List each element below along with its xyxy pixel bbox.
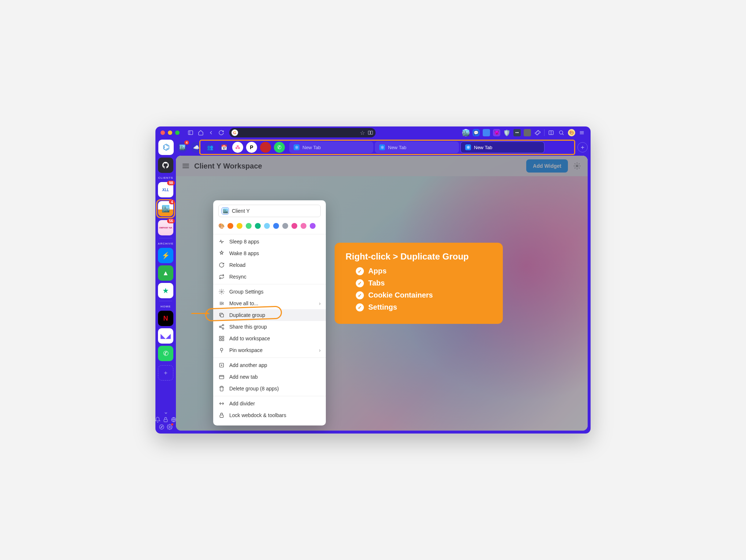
gear-icon xyxy=(218,288,225,295)
menu-add-workspace[interactable]: Add to workspace xyxy=(213,333,326,344)
home-icon[interactable] xyxy=(197,129,204,136)
menu-resync[interactable]: Resync xyxy=(213,271,326,283)
sidebar-app-protonmail[interactable]: ◣◢ xyxy=(158,328,173,344)
pinned-app-onedrive[interactable]: ☁️ xyxy=(191,142,201,153)
docs-icon[interactable] xyxy=(483,129,490,136)
wake-icon xyxy=(218,250,225,257)
grid-icon xyxy=(218,335,225,342)
close-window[interactable] xyxy=(161,130,165,135)
pinned-app-calendar[interactable]: 📅 xyxy=(218,142,229,153)
annotation-callout: Right-click > Duplicate Group ✓Apps ✓Tab… xyxy=(335,243,503,324)
pinned-app-city[interactable]: 🏙️4 xyxy=(177,142,188,153)
add-tab-button[interactable]: ＋ xyxy=(577,142,588,152)
bell-icon[interactable] xyxy=(155,417,161,423)
reload-icon xyxy=(218,262,225,268)
chat-icon[interactable]: 💬 xyxy=(472,129,480,136)
lock-icon[interactable] xyxy=(163,417,169,423)
svg-point-17 xyxy=(221,291,222,292)
menu-reload[interactable]: Reload xyxy=(213,259,326,271)
menu-add-app[interactable]: Add another app xyxy=(213,359,326,371)
vscode-app-icon[interactable]: ⌬ xyxy=(158,140,174,155)
color-swatch[interactable] xyxy=(301,223,306,229)
sidebar-toggle-icon[interactable] xyxy=(187,129,194,136)
svg-point-19 xyxy=(222,324,224,326)
label: Add to workspace xyxy=(229,336,270,341)
menu-duplicate-group[interactable]: Duplicate group xyxy=(213,309,326,321)
minimize-window[interactable] xyxy=(168,130,172,135)
tab-1[interactable]: ❄New Tab xyxy=(289,141,373,153)
annotation-highlight-client-y: 🏙️4 xyxy=(156,199,175,218)
shield-icon[interactable]: 🛡️ xyxy=(503,129,510,136)
chevron-down-icon[interactable]: ⌄ xyxy=(163,408,168,415)
sidebar-app-whatsapp[interactable]: ✆ xyxy=(158,346,173,361)
tabs: ❄New Tab ❄New Tab ❄New Tab xyxy=(289,141,576,153)
svg-rect-24 xyxy=(219,336,221,338)
split-icon[interactable] xyxy=(368,130,373,136)
color-swatch[interactable] xyxy=(282,223,288,229)
profile-avatar[interactable]: 🎨 xyxy=(568,129,575,136)
sidebar-app-feedly[interactable]: ▲ xyxy=(158,265,173,281)
color-swatch[interactable] xyxy=(237,223,242,229)
url-bar[interactable]: G ☆ xyxy=(229,128,376,137)
sidebar-app-github[interactable] xyxy=(158,158,173,173)
tab-2[interactable]: ❄New Tab xyxy=(375,141,459,153)
color-swatch[interactable] xyxy=(273,223,279,229)
compass-icon[interactable] xyxy=(159,424,165,430)
callout-item: ✓Settings xyxy=(346,303,492,311)
tab-icon: ❄ xyxy=(465,144,471,150)
group-name-input[interactable]: 🏙️ Client Y xyxy=(218,205,321,217)
pinned-app-asana[interactable]: ⁂ xyxy=(232,142,243,153)
share-icon xyxy=(218,323,225,330)
app-window: G ☆ 🏙️ 💬 😈 🛡️ ••• 🎨 ⌬ 🏙️4 ☁️ 👥 xyxy=(155,126,591,434)
svg-rect-33 xyxy=(219,375,224,379)
chevron-right-icon: › xyxy=(319,347,321,353)
search-icon[interactable] xyxy=(558,129,565,136)
add-group-button[interactable]: ＋ xyxy=(158,365,173,381)
color-swatch[interactable] xyxy=(227,223,233,229)
menu-share-group[interactable]: Share this group xyxy=(213,321,326,333)
menu-add-divider[interactable]: Add divider xyxy=(213,398,326,409)
callout-item: ✓Cookie Containers xyxy=(346,291,492,299)
color-swatch[interactable] xyxy=(246,223,252,229)
callout-item: ✓Apps xyxy=(346,267,492,275)
pinned-app-whatsapp[interactable]: ✆ xyxy=(274,142,285,153)
menu-lock-webdock[interactable]: Lock webdock & toolbars xyxy=(213,409,326,421)
menu-icon[interactable] xyxy=(578,129,585,136)
ext-icon[interactable] xyxy=(524,129,531,136)
svg-point-20 xyxy=(219,326,221,328)
back-icon[interactable] xyxy=(207,129,215,136)
smile-icon[interactable]: 😈 xyxy=(493,129,500,136)
maximize-window[interactable] xyxy=(175,130,180,135)
sidebar-app-messenger[interactable]: ⚡ xyxy=(158,248,173,263)
sidebar-app-xll[interactable]: XLL98 xyxy=(158,182,173,197)
star-icon[interactable]: ☆ xyxy=(359,130,365,136)
sidebar-app-client-y[interactable]: 🏙️4 xyxy=(158,201,173,216)
menu-group-settings[interactable]: Group Settings xyxy=(213,286,326,298)
color-swatch[interactable] xyxy=(291,223,297,229)
reload-icon[interactable] xyxy=(218,129,225,136)
menu-add-tab[interactable]: Add new tab xyxy=(213,371,326,383)
sidebar-app-company[interactable]: OMPANY NA56 xyxy=(158,220,173,235)
sidebar-app-trustpilot[interactable]: ★ xyxy=(158,283,173,298)
avatar-app-icon[interactable]: 🏙️ xyxy=(462,129,470,136)
svg-rect-2 xyxy=(368,131,370,134)
divider-icon xyxy=(218,400,225,407)
color-swatch[interactable] xyxy=(255,223,261,229)
menu-pin-workspace[interactable]: Pin workspace› xyxy=(213,344,326,356)
settings-icon[interactable] xyxy=(167,424,173,430)
menu-move-all[interactable]: Move all to...› xyxy=(213,298,326,309)
menu-delete-group[interactable]: Delete group (8 apps) xyxy=(213,383,326,394)
color-swatch[interactable] xyxy=(264,223,270,229)
panel-icon[interactable] xyxy=(547,129,555,136)
color-swatch[interactable] xyxy=(310,223,316,229)
pinned-app-contacts[interactable]: 👥 xyxy=(204,142,215,153)
menu-wake-apps[interactable]: Wake 8 apps xyxy=(213,247,326,259)
sidebar-app-netflix[interactable]: N xyxy=(158,311,173,326)
extensions-icon[interactable] xyxy=(534,129,541,136)
menu-sleep-apps[interactable]: Sleep 8 apps xyxy=(213,236,326,247)
pinned-app-red[interactable] xyxy=(260,142,271,153)
tab-3[interactable]: ❄New Tab xyxy=(460,141,545,153)
pinned-app-p[interactable]: P xyxy=(246,142,257,153)
grid-icon[interactable]: ••• xyxy=(513,129,521,136)
label: Add another app xyxy=(229,362,267,368)
